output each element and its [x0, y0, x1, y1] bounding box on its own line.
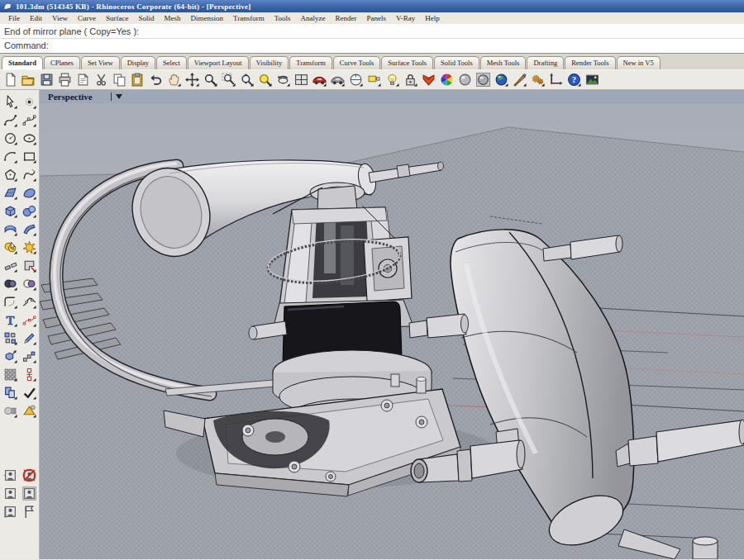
polygon-icon[interactable]	[2, 166, 18, 183]
circle-icon[interactable]	[2, 130, 18, 146]
block-icon[interactable]	[2, 330, 18, 346]
open-folder-icon[interactable]	[21, 73, 36, 87]
menu-mesh[interactable]: Mesh	[159, 14, 185, 22]
linked-array-icon[interactable]	[21, 366, 37, 382]
tab-standard[interactable]: Standard	[2, 56, 43, 69]
copy-object-icon[interactable]	[2, 384, 18, 401]
zoom-magnifier-icon[interactable]	[203, 73, 217, 87]
cplane-disc-icon[interactable]	[349, 73, 363, 87]
lock-icon[interactable]	[403, 73, 417, 87]
menu-tools[interactable]: Tools	[269, 14, 296, 22]
menu-edit[interactable]: Edit	[25, 14, 47, 22]
menu-file[interactable]: File	[3, 14, 25, 22]
sweep-icon[interactable]	[21, 221, 37, 237]
viewport-title[interactable]: Perspective	[40, 90, 744, 103]
sphere-icon[interactable]	[21, 202, 37, 219]
check-mark-icon[interactable]	[21, 384, 37, 401]
text-icon[interactable]: T	[2, 311, 18, 328]
join-icon[interactable]	[2, 257, 18, 273]
hide-object-icon[interactable]	[2, 402, 18, 419]
menu-panels[interactable]: Panels	[362, 14, 392, 22]
trim-icon[interactable]	[21, 257, 37, 273]
render-photo-frame-icon[interactable]	[21, 485, 37, 501]
color-wheel-icon[interactable]	[440, 73, 454, 87]
rectangle-icon[interactable]	[21, 148, 37, 164]
tab-surface-tools[interactable]: Surface Tools	[381, 56, 433, 69]
grid-array-icon[interactable]	[2, 366, 18, 382]
surface-icon[interactable]	[2, 184, 18, 201]
tab-solid-tools[interactable]: Solid Tools	[434, 56, 479, 69]
lightbulb-icon[interactable]	[385, 73, 399, 87]
flag-icon[interactable]	[21, 503, 37, 520]
tab-viewport-layout[interactable]: Viewport Layout	[188, 56, 249, 69]
zoom-selected-icon[interactable]	[258, 73, 272, 87]
move-box-icon[interactable]	[2, 348, 18, 364]
earth-sphere-icon[interactable]	[494, 73, 508, 87]
render-sphere-icon[interactable]	[458, 73, 472, 87]
rotate-view-icon[interactable]	[276, 73, 290, 87]
zoom-window-icon[interactable]	[222, 73, 236, 87]
show-object-icon[interactable]	[21, 402, 37, 419]
menu-solid[interactable]: Solid	[133, 14, 159, 22]
boolean-difference-icon[interactable]	[2, 275, 18, 292]
boolean-union-icon[interactable]	[2, 239, 18, 255]
render-photo-icon[interactable]	[2, 485, 18, 501]
tab-transform[interactable]: Transform	[289, 56, 332, 69]
linear-array-icon[interactable]	[21, 348, 37, 364]
save-floppy-icon[interactable]	[40, 73, 54, 87]
menu-curve[interactable]: Curve	[73, 14, 101, 22]
fillet-curve-icon[interactable]	[2, 293, 18, 310]
ellipse-icon[interactable]	[21, 130, 37, 146]
perspective-viewport[interactable]: Perspective	[40, 90, 744, 559]
axes-icon[interactable]	[549, 73, 563, 87]
image-icon[interactable]	[585, 73, 599, 87]
print-icon[interactable]	[58, 73, 72, 87]
tab-new-in-v5[interactable]: New in V5	[617, 56, 661, 69]
page-copy-icon[interactable]	[76, 73, 90, 87]
undo-arrow-icon[interactable]	[149, 73, 163, 87]
tab-select[interactable]: Select	[156, 56, 187, 69]
blend-curve-icon[interactable]	[21, 293, 37, 310]
pan-hand-icon[interactable]	[167, 73, 181, 87]
freeform-curve-icon[interactable]	[21, 166, 37, 183]
render-disabled-icon[interactable]	[21, 467, 37, 483]
new-file-icon[interactable]	[3, 73, 17, 87]
tab-drafting[interactable]: Drafting	[527, 56, 564, 69]
pencil-edit-icon[interactable]	[21, 330, 37, 346]
move-arrows-icon[interactable]	[185, 73, 199, 87]
viewport-label[interactable]: Perspective	[48, 92, 93, 102]
menu-view[interactable]: View	[47, 14, 73, 22]
named-tag-icon[interactable]	[367, 73, 381, 87]
paste-clipboard-icon[interactable]	[131, 73, 145, 87]
point-icon[interactable]	[21, 93, 37, 110]
render-axis-photo-icon[interactable]	[2, 503, 18, 520]
curve-icon[interactable]	[2, 112, 18, 128]
tab-display[interactable]: Display	[121, 56, 155, 69]
render-photo-arrow-icon[interactable]	[2, 467, 18, 483]
tab-curve-tools[interactable]: Curve Tools	[333, 56, 381, 69]
loft-icon[interactable]	[2, 221, 18, 237]
red-car-icon[interactable]	[312, 73, 327, 87]
cut-scissors-icon[interactable]	[94, 73, 108, 87]
vray-icon[interactable]	[422, 73, 436, 87]
help-icon[interactable]: ?	[567, 73, 581, 87]
command-prompt[interactable]: Command:	[0, 39, 744, 53]
tab-cplanes[interactable]: CPlanes	[44, 56, 80, 69]
tab-visibility[interactable]: Visibility	[250, 56, 289, 69]
viewport-grid-icon[interactable]	[294, 73, 308, 87]
title-bar[interactable]: 101.3dm (514345 KB) - Rhinoceros Corpora…	[0, 0, 744, 12]
arc-icon[interactable]	[2, 148, 18, 164]
tab-mesh-tools[interactable]: Mesh Tools	[480, 56, 527, 69]
shaded-sphere-icon[interactable]	[476, 73, 490, 87]
menu-v-ray[interactable]: V-Ray	[391, 14, 420, 22]
gears-icon[interactable]	[531, 73, 545, 87]
control-point-curve-icon[interactable]	[21, 112, 37, 128]
surface-patch-icon[interactable]	[21, 184, 37, 201]
gray-car-icon[interactable]	[331, 73, 345, 87]
zoom-dynamic-icon[interactable]	[240, 73, 254, 87]
menu-analyze[interactable]: Analyze	[296, 14, 331, 22]
tab-set-view[interactable]: Set View	[81, 56, 120, 69]
brush-icon[interactable]	[513, 73, 527, 87]
menu-transform[interactable]: Transform	[228, 14, 269, 22]
menu-render[interactable]: Render	[331, 14, 362, 22]
